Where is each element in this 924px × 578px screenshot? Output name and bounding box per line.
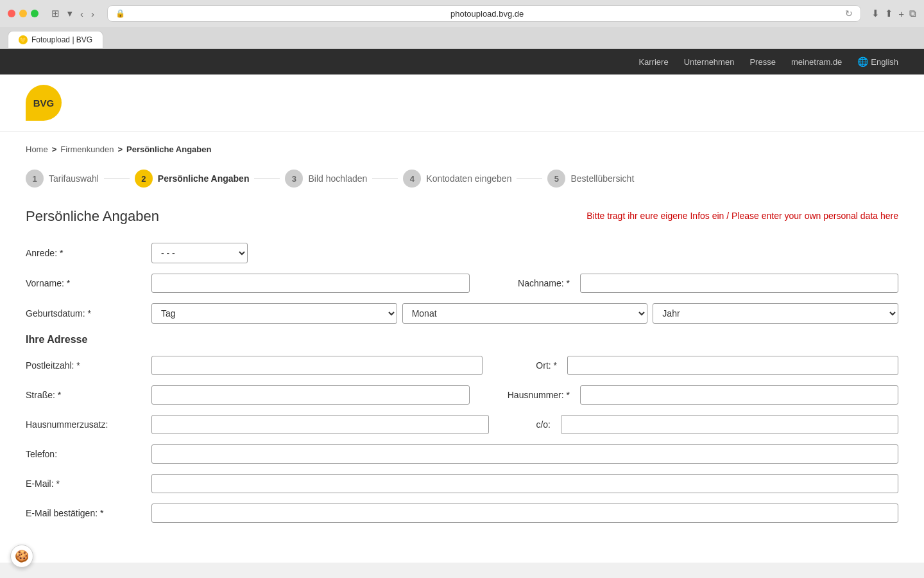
- step-circle-1: 1: [26, 170, 44, 188]
- address-title: Ihre Adresse: [26, 334, 898, 346]
- anrede-label: Anrede: *: [26, 248, 141, 258]
- step-sep-3: [372, 179, 398, 179]
- share-button[interactable]: ⬆: [885, 8, 893, 19]
- cookie-button[interactable]: 🍪: [10, 545, 33, 563]
- geburtsdatum-label: Geburtsdatum: *: [26, 308, 141, 319]
- plz-ort-group: Postleitzahl: * Ort: *: [26, 356, 898, 375]
- nav-karriere[interactable]: Karriere: [638, 57, 668, 67]
- tab-title: Fotoupload | BVG: [31, 35, 92, 44]
- breadcrumb-sep-2: >: [117, 144, 123, 154]
- vorname-label: Vorname: *: [26, 278, 141, 288]
- nav-english[interactable]: 🌐 English: [857, 57, 898, 67]
- co-input[interactable]: [561, 415, 898, 434]
- step-label-4: Kontodaten eingeben: [426, 173, 511, 184]
- telefon-label: Telefon:: [26, 449, 141, 459]
- minimize-dot[interactable]: [19, 10, 27, 17]
- step-sep-4: [517, 179, 542, 179]
- plz-label: Postleitzahl: *: [26, 360, 141, 371]
- telefon-input[interactable]: [151, 444, 898, 464]
- form-title: Persönliche Angaben: [26, 208, 159, 225]
- ort-input[interactable]: [567, 356, 898, 375]
- breadcrumb-firmenkunden[interactable]: Firmenkunden: [60, 144, 114, 154]
- hausnummer-input[interactable]: [580, 385, 898, 405]
- step-circle-2: 2: [135, 170, 153, 188]
- anrede-select[interactable]: - - - Herr Frau Divers: [151, 243, 248, 263]
- nav-presse[interactable]: Presse: [749, 57, 775, 67]
- co-label: c/o:: [499, 419, 551, 430]
- close-dot[interactable]: [8, 10, 15, 17]
- telefon-group: Telefon:: [26, 444, 898, 464]
- breadcrumb: Home > Firmenkunden > Persönliche Angabe…: [26, 144, 898, 154]
- nachname-input[interactable]: [580, 274, 898, 293]
- anrede-group: Anrede: * - - - Herr Frau Divers: [26, 243, 898, 263]
- breadcrumb-current: Persönliche Angaben: [126, 144, 211, 154]
- sidebar-button[interactable]: ⧉: [909, 8, 916, 19]
- sidebar-toggle-button[interactable]: ⊞: [49, 6, 62, 21]
- step-2[interactable]: 2 Persönliche Angaben: [135, 170, 250, 188]
- step-circle-5: 5: [547, 170, 565, 188]
- step-1[interactable]: 1 Tarifauswahl: [26, 170, 99, 188]
- hausnummer-label: Hausnummer: *: [480, 390, 570, 400]
- hausnummerzusatz-input[interactable]: [151, 415, 489, 434]
- back-button[interactable]: ‹: [78, 6, 86, 21]
- name-group: Vorname: * Nachname: *: [26, 274, 898, 293]
- nav-unternehmen[interactable]: Unternehmen: [684, 57, 735, 67]
- stepper: 1 Tarifauswahl 2 Persönliche Angaben 3 B…: [26, 170, 898, 188]
- globe-icon: 🌐: [857, 57, 868, 67]
- url-bar[interactable]: 🔒 photoupload.bvg.de ↻: [107, 5, 861, 22]
- step-sep-2: [254, 179, 280, 179]
- tab-favicon: 💛: [19, 35, 28, 44]
- step-circle-4: 4: [403, 170, 421, 188]
- download-button[interactable]: ⬇: [871, 8, 880, 19]
- step-5[interactable]: 5 Bestellübersicht: [547, 170, 634, 188]
- top-navigation: Karriere Unternehmen Presse meinetram.de…: [0, 49, 924, 74]
- form-header: Persönliche Angaben Bitte tragt ihr eure…: [26, 208, 898, 227]
- active-tab[interactable]: 💛 Fotoupload | BVG: [8, 31, 103, 48]
- logo-area: BVG: [0, 74, 924, 132]
- refresh-icon: ↻: [845, 8, 853, 19]
- step-sep-1: [104, 179, 130, 179]
- geburtsdatum-group: Geburtsdatum: * Tag Monat Jahr: [26, 303, 898, 324]
- step-3[interactable]: 3 Bild hochladen: [285, 170, 367, 188]
- step-label-5: Bestellübersicht: [570, 173, 634, 184]
- tag-select[interactable]: Tag: [151, 303, 397, 324]
- date-selects: Tag Monat Jahr: [151, 303, 898, 324]
- step-label-2: Persönliche Angaben: [158, 173, 250, 184]
- step-label-3: Bild hochladen: [308, 173, 367, 184]
- strasse-label: Straße: *: [26, 390, 141, 400]
- breadcrumb-home[interactable]: Home: [26, 144, 48, 154]
- email-confirm-label: E-Mail bestätigen: *: [26, 508, 141, 518]
- url-text: photoupload.bvg.de: [129, 9, 845, 19]
- vorname-input[interactable]: [151, 274, 470, 293]
- strasse-input[interactable]: [151, 385, 470, 405]
- monat-select[interactable]: Monat: [402, 303, 648, 324]
- form-notice: Bitte tragt ihr eure eigene Infos ein / …: [586, 208, 898, 221]
- new-tab-button[interactable]: +: [898, 8, 904, 19]
- plz-input[interactable]: [151, 356, 483, 375]
- email-group: E-Mail: *: [26, 474, 898, 493]
- ort-label: Ort: *: [493, 360, 557, 371]
- maximize-dot[interactable]: [31, 10, 38, 17]
- strasse-group: Straße: * Hausnummer: *: [26, 385, 898, 405]
- nachname-label: Nachname: *: [480, 278, 570, 288]
- email-label: E-Mail: *: [26, 478, 141, 489]
- email-confirm-group: E-Mail bestätigen: *: [26, 504, 898, 523]
- lock-icon: 🔒: [116, 9, 125, 18]
- step-label-1: Tarifauswahl: [49, 173, 99, 184]
- breadcrumb-sep-1: >: [52, 144, 57, 154]
- email-input[interactable]: [151, 474, 898, 493]
- cookie-icon: 🍪: [15, 549, 29, 563]
- email-confirm-input[interactable]: [151, 504, 898, 523]
- step-circle-3: 3: [285, 170, 303, 188]
- zusatz-group: Hausnummerzusatz: c/o:: [26, 415, 898, 434]
- forward-button[interactable]: ›: [89, 6, 97, 21]
- bvg-logo[interactable]: BVG: [26, 85, 62, 121]
- hausnummerzusatz-label: Hausnummerzusatz:: [26, 419, 141, 430]
- jahr-select[interactable]: Jahr: [653, 303, 898, 324]
- step-4[interactable]: 4 Kontodaten eingeben: [403, 170, 511, 188]
- nav-meinetram[interactable]: meinetram.de: [791, 57, 842, 67]
- tab-overview-button[interactable]: ▾: [65, 6, 75, 21]
